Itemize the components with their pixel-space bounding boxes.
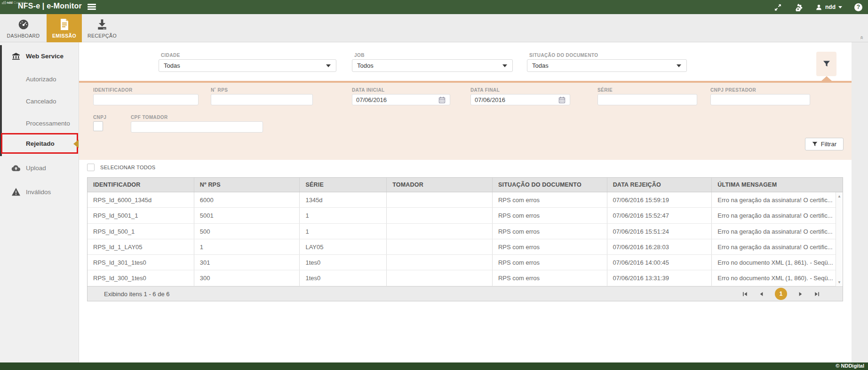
cnpj-prestador-input[interactable]	[710, 94, 810, 105]
next-page-button[interactable]	[797, 291, 804, 297]
job-select[interactable]: Todos	[352, 59, 513, 72]
tab-dashboard[interactable]: DASHBOARD	[0, 14, 47, 42]
fullscreen-expand-icon[interactable]	[774, 3, 782, 11]
main-content: CIDADE Todas JOB Todos SITUAÇÃO DO DOCUM…	[79, 42, 852, 362]
user-menu[interactable]: ndd	[815, 4, 842, 11]
table-row[interactable]: RPS_Id_300_1tes03001tes0RPS com erros07/…	[88, 270, 843, 286]
current-page-badge[interactable]: 1	[775, 288, 787, 300]
document-icon	[59, 18, 70, 31]
user-icon	[815, 4, 822, 11]
job-caret-icon	[502, 64, 507, 67]
cnpj-checkbox[interactable]	[93, 121, 103, 131]
filtrar-button[interactable]: Filtrar	[805, 138, 844, 150]
user-caret-icon	[838, 6, 842, 8]
funnel-icon	[812, 142, 818, 147]
tab-recepcao[interactable]: RECEPÇÃO	[82, 14, 122, 42]
filter-panel: IDENTIFICADOR N˚ RPS DATA INICIAL DATA F…	[79, 81, 852, 160]
cidade-label: CIDADE	[161, 53, 180, 58]
data-final-label: DATA FINAL	[470, 87, 500, 93]
gauge-icon	[17, 18, 30, 31]
pagination: 1	[742, 288, 843, 300]
select-all-label: SELECIONAR TODOS	[100, 165, 155, 170]
identificador-input[interactable]	[93, 94, 199, 105]
cnpj-label: CNPJ	[93, 115, 106, 120]
select-all-checkbox[interactable]	[87, 164, 95, 171]
top-bar: nddConnect NFS-e | e-Monitor ndd	[0, 0, 868, 14]
sidebar-item-autorizado[interactable]: Autorizado	[0, 71, 79, 87]
items-summary: Exibindo itens 1 - 6 de 6	[88, 291, 742, 298]
cidade-caret-icon	[326, 64, 331, 67]
table-row[interactable]: RPS_Id_301_1tes03011tes0RPS com erros07/…	[88, 255, 843, 270]
scroll-down-icon[interactable]: ▼	[836, 280, 843, 284]
col-serie[interactable]: SÉRIE	[300, 178, 387, 192]
table-row[interactable]: RPS_Id_1_LAY051LAY05RPS com erros07/06/2…	[88, 239, 843, 255]
table-row[interactable]: RPS_Id_500_15001RPS com erros07/06/2016 …	[88, 224, 843, 239]
table-row[interactable]: RPS_Id_5001_150011RPS com erros07/06/201…	[88, 208, 843, 223]
last-page-button[interactable]	[814, 291, 820, 297]
job-value: Todos	[357, 62, 374, 69]
data-final-input[interactable]	[470, 94, 570, 105]
logo-brand: ndd	[7, 1, 13, 4]
cidade-select[interactable]: Todas	[159, 59, 336, 72]
col-identificador[interactable]: IDENTIFICADOR	[88, 178, 194, 192]
cnpj-prestador-label: CNPJ PRESTADOR	[710, 87, 756, 93]
nrps-label: N˚ RPS	[211, 87, 228, 93]
job-label: JOB	[354, 53, 365, 58]
col-situacao[interactable]: SITUAÇÃO DO DOCUMENTO	[493, 178, 607, 192]
table-footer: Exibindo itens 1 - 6 de 6 1	[88, 286, 843, 301]
funnel-icon	[823, 61, 830, 67]
previous-page-button[interactable]	[758, 291, 764, 297]
scroll-up-icon[interactable]: ▲	[836, 194, 843, 198]
col-n-rps[interactable]: Nº RPS	[194, 178, 300, 192]
collapse-panel-icon[interactable]: «	[859, 36, 864, 39]
first-page-button[interactable]	[742, 291, 748, 297]
logo-bars-icon	[2, 1, 6, 4]
situacao-select[interactable]: Todas	[527, 59, 687, 72]
col-ultima-mensagem[interactable]: ÚLTIMA MENSAGEM	[712, 178, 843, 192]
cpf-tomador-input[interactable]	[131, 121, 263, 133]
bank-icon	[11, 51, 22, 61]
nrps-input[interactable]	[211, 94, 313, 105]
table-scrollbar[interactable]: ▲ ▼	[836, 192, 843, 286]
rejected-documents-table: IDENTIFICADOR Nº RPS SÉRIE TOMADOR SITUA…	[87, 177, 843, 301]
table-header: IDENTIFICADOR Nº RPS SÉRIE TOMADOR SITUA…	[88, 178, 843, 192]
filter-panel-pointer	[821, 76, 832, 81]
sidebar-item-invalidos[interactable]: Inválidos	[0, 184, 79, 200]
col-data-rejeicao[interactable]: DATA REJEIÇÃO	[607, 178, 712, 192]
sidebar-item-cancelado[interactable]: Cancelado	[0, 93, 79, 109]
settings-gears-icon[interactable]	[794, 3, 803, 11]
sidebar-item-upload[interactable]: Upload	[0, 160, 79, 176]
tab-emissao[interactable]: EMISSÃO	[47, 14, 82, 42]
filter-toggle-button[interactable]	[816, 52, 836, 76]
sidebar-item-rejeitado[interactable]: Rejeitado	[0, 135, 79, 151]
app-title: NFS-e | e-Monitor	[18, 2, 82, 10]
identificador-label: IDENTIFICADOR	[93, 87, 133, 93]
active-item-arrow	[73, 140, 79, 148]
e-monitor-app: nddConnect NFS-e | e-Monitor ndd	[0, 0, 868, 370]
data-inicial-input[interactable]	[352, 94, 450, 105]
cloud-upload-icon	[11, 164, 22, 172]
serie-label: SÉRIE	[597, 87, 613, 93]
sidebar-item-processamento[interactable]: Processamento	[0, 115, 79, 131]
menu-hamburger-icon[interactable]	[88, 4, 96, 10]
cpf-tomador-label: CPF TOMADOR	[131, 115, 168, 120]
serie-input[interactable]	[597, 94, 697, 105]
copyright-text: © NDDigital	[836, 363, 864, 369]
help-icon[interactable]: ?	[854, 3, 862, 11]
user-name: ndd	[825, 4, 836, 10]
situacao-caret-icon	[677, 64, 681, 67]
cidade-value: Todas	[164, 62, 180, 69]
sidebar-item-web-service[interactable]: Web Service	[0, 48, 79, 64]
app-footer: © NDDigital	[0, 362, 868, 370]
download-icon	[96, 18, 108, 31]
situacao-label: SITUAÇÃO DO DOCUMENTO	[529, 53, 598, 58]
sidebar-nav: Web Service Autorizado Cancelado Process…	[0, 42, 79, 362]
data-inicial-label: DATA INICIAL	[352, 87, 385, 93]
table-row[interactable]: RPS_Id_6000_1345d60001345dRPS com erros0…	[88, 192, 843, 208]
module-tab-bar: DASHBOARD EMISSÃO RECEPÇÃO «	[0, 14, 868, 42]
warning-icon	[11, 188, 22, 196]
table-body: RPS_Id_6000_1345d60001345dRPS com erros0…	[88, 192, 843, 286]
situacao-value: Todas	[532, 62, 549, 69]
col-tomador[interactable]: TOMADOR	[387, 178, 493, 192]
